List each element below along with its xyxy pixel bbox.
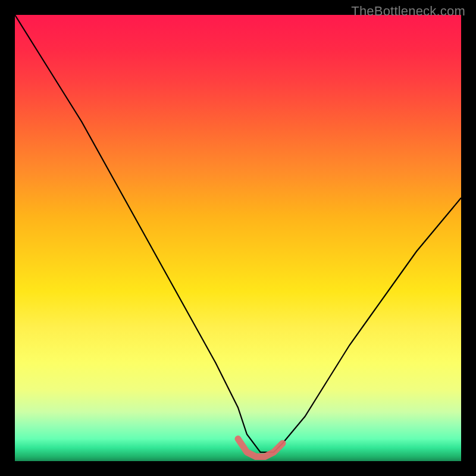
bottleneck-curve xyxy=(15,15,461,452)
watermark-text: TheBottleneck.com xyxy=(351,4,465,19)
optimal-floor-highlight xyxy=(238,439,283,457)
plot-area xyxy=(15,15,461,461)
chart-svg xyxy=(15,15,461,461)
chart-frame: TheBottleneck.com xyxy=(0,0,476,476)
